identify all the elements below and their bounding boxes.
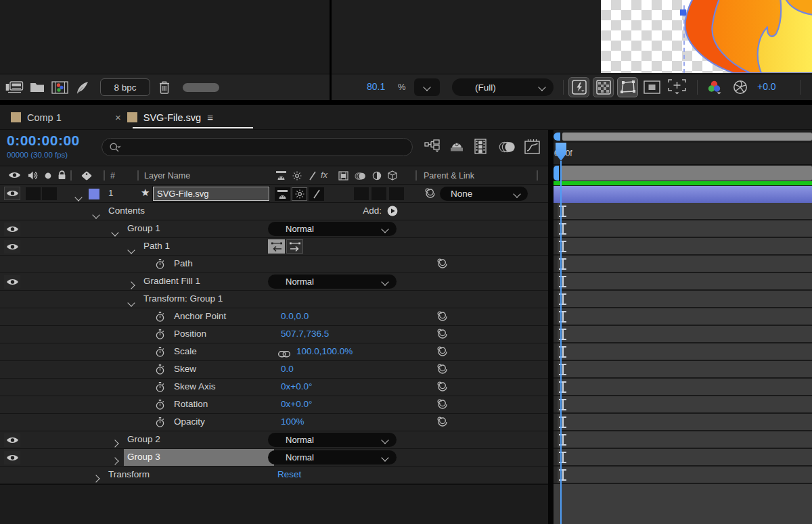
- pickwhip-icon[interactable]: [437, 258, 448, 272]
- safe-margins-button[interactable]: [644, 80, 660, 94]
- add-menu-button[interactable]: [387, 206, 398, 219]
- motion-blur-icon[interactable]: [499, 141, 516, 153]
- pickwhip-icon[interactable]: [437, 329, 448, 342]
- property-name[interactable]: Contents: [108, 206, 145, 216]
- parent-pickwhip-icon[interactable]: [425, 188, 436, 199]
- property-name[interactable]: Transform: [108, 469, 150, 479]
- visibility-eye-toggle[interactable]: [4, 433, 20, 447]
- interpret-footage-icon[interactable]: [5, 81, 24, 93]
- property-name[interactable]: Position: [174, 329, 206, 339]
- visibility-eye-toggle[interactable]: [4, 240, 20, 254]
- fast-previews-button[interactable]: [568, 77, 589, 97]
- twirl-right-icon[interactable]: [93, 472, 99, 484]
- close-icon[interactable]: ×: [115, 112, 121, 123]
- property-name[interactable]: Gradient Fill 1: [143, 276, 200, 286]
- time-navigator-bar[interactable]: [554, 133, 812, 141]
- path-direction-left-button[interactable]: [268, 239, 285, 254]
- current-timecode[interactable]: 0:00:00:00: [7, 133, 80, 149]
- twirl-down-icon[interactable]: [112, 226, 118, 238]
- property-name[interactable]: Group 2: [127, 434, 160, 444]
- layer-duration-bar[interactable]: [554, 186, 812, 203]
- layer-row[interactable]: 1 ★ SVG-File.svg None: [0, 185, 548, 203]
- stopwatch-icon[interactable]: [156, 259, 164, 272]
- time-ruler[interactable]: 0:00f: [554, 143, 812, 165]
- playhead-line[interactable]: [560, 161, 562, 524]
- quill-icon[interactable]: [76, 80, 89, 95]
- property-name[interactable]: Rotation: [174, 399, 208, 409]
- path-direction-right-button[interactable]: [286, 239, 303, 254]
- timeline-track-area[interactable]: 0:00f: [554, 130, 812, 524]
- show-channel-button[interactable]: [706, 80, 723, 95]
- graph-editor-icon[interactable]: [524, 139, 540, 154]
- resolution-dropdown[interactable]: (Full): [452, 78, 554, 96]
- twirl-down-icon[interactable]: [129, 296, 134, 308]
- property-name[interactable]: Path 1: [143, 241, 170, 251]
- link-dimensions-icon[interactable]: [278, 348, 290, 360]
- 3d-layer-column-icon[interactable]: [388, 170, 397, 181]
- navigator-start-handle[interactable]: [554, 133, 560, 141]
- property-name[interactable]: Anchor Point: [174, 311, 226, 321]
- new-folder-icon[interactable]: [30, 82, 45, 93]
- property-name[interactable]: Group 1: [127, 223, 160, 233]
- transparency-grid-button[interactable]: [593, 77, 614, 97]
- reset-exposure-button[interactable]: [733, 80, 748, 95]
- pickwhip-icon[interactable]: [437, 346, 448, 360]
- stopwatch-icon[interactable]: [156, 312, 164, 325]
- timeline-pane-divider[interactable]: [548, 130, 554, 524]
- stopwatch-icon[interactable]: [156, 364, 164, 378]
- parent-dropdown[interactable]: None: [440, 187, 528, 201]
- frame-blending-icon[interactable]: [474, 139, 487, 154]
- work-area-start-handle[interactable]: [554, 166, 559, 181]
- property-value[interactable]: 0x+0.0°: [281, 399, 312, 409]
- frame-blend-column-icon[interactable]: [338, 171, 348, 181]
- lock-column-icon[interactable]: [58, 170, 66, 180]
- search-input[interactable]: [102, 138, 413, 156]
- property-value[interactable]: 100%: [281, 416, 304, 427]
- composition-mini-flowchart-icon[interactable]: [424, 139, 441, 153]
- 3d-layer-cell[interactable]: [389, 187, 404, 200]
- stopwatch-icon[interactable]: [156, 382, 164, 396]
- zoom-dropdown-button[interactable]: [414, 78, 440, 96]
- pickwhip-icon[interactable]: [437, 311, 448, 325]
- transform-reset-link[interactable]: Reset: [277, 469, 301, 479]
- pickwhip-icon[interactable]: [437, 416, 448, 430]
- panel-menu-icon[interactable]: ≡: [207, 112, 213, 123]
- motion-blur-cell[interactable]: [371, 187, 386, 200]
- zoom-level-value[interactable]: 80.1: [367, 81, 385, 92]
- composition-artwork[interactable]: [601, 0, 812, 73]
- property-name[interactable]: Scale: [174, 346, 197, 356]
- audio-column-speaker-icon[interactable]: [28, 171, 38, 180]
- property-name[interactable]: Skew Axis: [174, 381, 216, 391]
- work-area-bar[interactable]: [554, 166, 812, 181]
- layer-name-column-header[interactable]: Layer Name: [144, 171, 190, 181]
- horizontal-scrollbar-thumb[interactable]: [183, 83, 219, 92]
- twirl-right-icon[interactable]: [112, 437, 118, 449]
- pickwhip-icon[interactable]: [437, 399, 448, 412]
- pickwhip-icon[interactable]: [437, 381, 448, 395]
- effects-column-fx-icon[interactable]: fx: [321, 170, 328, 180]
- property-name[interactable]: Skew: [174, 364, 196, 374]
- stopwatch-icon[interactable]: [156, 417, 164, 431]
- collapse-transformations-switch[interactable]: [292, 187, 307, 201]
- solo-column-icon[interactable]: [45, 172, 51, 179]
- project-bit-depth-button[interactable]: 8 bpc: [100, 78, 150, 96]
- stopwatch-icon[interactable]: [156, 329, 164, 343]
- property-name[interactable]: Path: [174, 258, 193, 268]
- label-column-tag-icon[interactable]: [81, 171, 92, 181]
- audio-toggle-cell[interactable]: [26, 187, 41, 200]
- property-value[interactable]: 100.0,100.0%: [296, 346, 353, 356]
- blend-mode-dropdown[interactable]: Normal: [268, 450, 397, 465]
- property-name[interactable]: Opacity: [174, 416, 205, 427]
- index-column-header[interactable]: #: [110, 171, 115, 181]
- property-value[interactable]: 0x+0.0°: [281, 381, 312, 391]
- visibility-eye-toggle[interactable]: [4, 275, 20, 289]
- visibility-eye-toggle[interactable]: [4, 222, 20, 236]
- property-name[interactable]: Group 3: [127, 452, 160, 462]
- stopwatch-icon[interactable]: [156, 400, 164, 413]
- tab-svg-file[interactable]: × SVG-File.svg ≡: [115, 105, 213, 130]
- quality-column-icon[interactable]: [309, 171, 317, 181]
- pickwhip-icon[interactable]: [437, 364, 448, 377]
- twirl-down-icon[interactable]: [129, 243, 134, 256]
- tab-comp-1[interactable]: Comp 1: [11, 105, 62, 130]
- twirl-down-icon[interactable]: [93, 208, 99, 220]
